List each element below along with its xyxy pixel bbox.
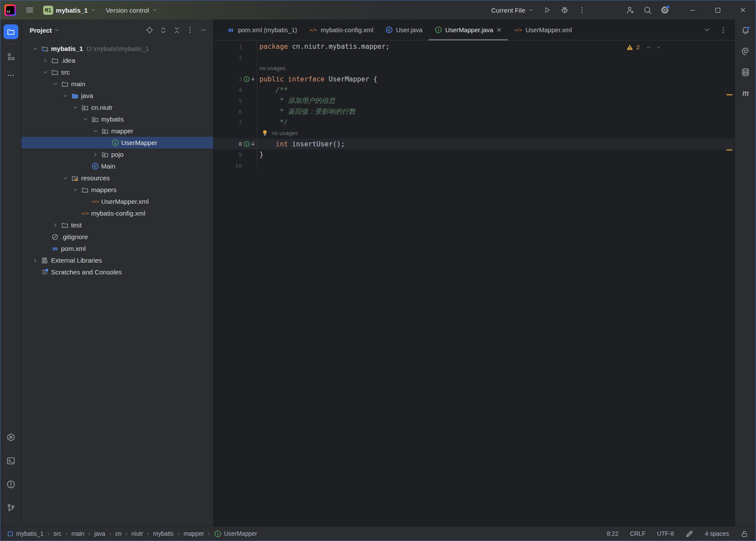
code-text[interactable]: } [257, 151, 263, 159]
code-line-9[interactable]: 9} [214, 149, 735, 160]
chevron-right-icon[interactable] [52, 222, 58, 228]
expand-all-button[interactable] [158, 25, 168, 35]
tree-item-resources[interactable]: resources [21, 172, 213, 184]
status-highlighting-level[interactable] [685, 530, 694, 538]
notifications-button[interactable] [740, 25, 751, 36]
breadcrumb-item-niutr[interactable]: niutr [131, 530, 143, 538]
code-text[interactable]: public interface UserMapper { [257, 75, 378, 83]
status-line-separator[interactable]: CRLF [630, 531, 646, 537]
code-line-8[interactable]: 8I int insertUser(); [214, 139, 735, 149]
database-tool-button[interactable] [740, 67, 751, 78]
tree-item-UserMapper.xml[interactable]: </>UserMapper.xml [21, 196, 213, 207]
gutter[interactable]: 8I [214, 139, 257, 149]
chevron-right-icon[interactable] [42, 57, 48, 64]
status-caret-position[interactable]: 8:22 [607, 531, 619, 537]
breadcrumb-item-mybatis_1[interactable]: mybatis_1 [7, 530, 44, 538]
window-minimize-button[interactable] [680, 7, 705, 14]
intention-bulb-icon[interactable] [262, 129, 268, 137]
tree-item-Main[interactable]: CMain [21, 160, 213, 172]
code-line-4[interactable]: 4 /** [214, 85, 735, 95]
interface-gutter-icon[interactable]: I [242, 140, 257, 148]
chevron-down-icon[interactable] [82, 116, 89, 122]
status-indent-style[interactable]: 4 spaces [705, 531, 729, 537]
structure-tool-button[interactable] [3, 49, 18, 64]
hide-panel-button[interactable] [198, 25, 209, 35]
tree-item-.gitignore[interactable]: .gitignore [21, 231, 213, 243]
editor-tab-UserMapper.xml[interactable]: </>UserMapper.xml [508, 20, 578, 40]
breadcrumb-item-src[interactable]: src [53, 530, 62, 538]
breadcrumb-item-java[interactable]: java [94, 530, 106, 538]
interface-gutter-icon[interactable]: I [242, 75, 257, 83]
scrollbar-warning-mark[interactable] [726, 149, 732, 151]
editor-tab-User.java[interactable]: CUser.java [379, 20, 429, 40]
tree-item-mapper[interactable]: mapper [21, 125, 213, 137]
search-everywhere-button[interactable] [640, 3, 654, 17]
tree-item-pojo[interactable]: pojo [21, 149, 213, 160]
ai-assistant-button[interactable] [740, 46, 751, 57]
gutter[interactable]: 4 [214, 85, 257, 95]
project-options-button[interactable] [185, 25, 195, 35]
window-close-button[interactable] [730, 7, 756, 14]
chevron-down-icon[interactable] [42, 69, 48, 75]
problems-tool-button[interactable] [3, 477, 18, 492]
tree-item-mybatis[interactable]: mybatis [21, 113, 213, 125]
chevron-right-icon[interactable] [92, 152, 99, 158]
vcs-widget[interactable]: Version control [103, 4, 160, 16]
chevron-down-icon[interactable] [72, 105, 78, 111]
terminal-tool-button[interactable] [3, 453, 18, 468]
git-tool-button[interactable] [3, 500, 18, 515]
code-with-me-button[interactable] [623, 3, 637, 17]
code-line-3[interactable]: 3Ipublic interface UserMapper { [214, 74, 735, 85]
code-text[interactable]: package cn.niutr.mybatis.mapper; [257, 43, 390, 51]
breadcrumb-item-cn[interactable]: cn [115, 530, 122, 538]
tree-item-main[interactable]: main [21, 78, 213, 90]
chevron-down-icon[interactable] [52, 81, 58, 87]
breadcrumb-item-mybatis[interactable]: mybatis [153, 530, 174, 538]
status-file-encoding[interactable]: UTF-8 [657, 531, 674, 537]
gutter[interactable]: 1 [214, 41, 257, 52]
editor-tab-mybatis-config.xml[interactable]: </>mybatis-config.xml [303, 20, 379, 40]
editor-tab-pom.xml (mybatis_1)[interactable]: mpom.xml (mybatis_1) [221, 20, 303, 40]
tree-item-cn.niutr[interactable]: cn.niutr [21, 101, 213, 113]
collapse-all-button[interactable] [171, 25, 182, 35]
tree-item-src[interactable]: src [21, 66, 213, 78]
gutter[interactable]: 3I [214, 74, 257, 85]
breadcrumb-item-UserMapper[interactable]: IUserMapper [214, 529, 258, 538]
tree-item-test[interactable]: test [21, 219, 213, 231]
gutter[interactable]: 5 [214, 95, 257, 106]
status-read-write-toggle[interactable] [740, 530, 749, 538]
tree-item-UserMapper[interactable]: IUserMapper [21, 137, 213, 149]
window-maximize-button[interactable] [705, 7, 730, 14]
editor-tab-UserMapper.java[interactable]: IUserMapper.java [429, 20, 508, 40]
code-text[interactable]: * 添加用户的信息 [257, 96, 335, 105]
maven-tool-button[interactable]: m [740, 88, 751, 98]
main-menu-button[interactable] [23, 3, 37, 17]
code-line-5[interactable]: 5 * 添加用户的信息 [214, 95, 735, 106]
usages-hint[interactable]: no usages [259, 65, 286, 71]
code-line-6[interactable]: 6 * 返回值：受影响的行数 [214, 106, 735, 117]
tree-item-.idea[interactable]: .idea [21, 54, 213, 66]
prev-problem-button[interactable] [646, 44, 651, 50]
project-tool-button[interactable] [3, 24, 18, 39]
hidden-tabs-button[interactable] [702, 25, 712, 35]
code-line-10[interactable]: 10 [214, 160, 735, 171]
gutter[interactable]: 7 [214, 117, 257, 128]
close-tab-icon[interactable] [496, 27, 502, 33]
breadcrumb-item-main[interactable]: main [71, 530, 85, 538]
run-button[interactable] [540, 3, 554, 17]
tree-item-mappers[interactable]: mappers [21, 184, 213, 196]
gutter[interactable]: 2 [214, 52, 257, 63]
more-actions-button[interactable] [575, 3, 589, 17]
chevron-down-icon[interactable] [32, 46, 38, 52]
breadcrumb-item-mapper[interactable]: mapper [183, 530, 204, 538]
code-line-7[interactable]: 7 */ [214, 117, 735, 128]
tree-item-mybatis_1[interactable]: mybatis_1D:\mybatis\mybatis_1 [21, 43, 213, 54]
run-configuration-selector[interactable]: Current File [489, 4, 537, 16]
tree-item-java[interactable]: java [21, 90, 213, 101]
locate-opened-file-button[interactable] [144, 25, 155, 35]
code-line-2[interactable]: 2 [214, 52, 735, 63]
code-text[interactable]: * 返回值：受影响的行数 [257, 107, 355, 116]
gutter[interactable]: 9 [214, 149, 257, 160]
code-editor[interactable]: 2 1package cn.niutr.mybatis.mapper;2no u… [214, 41, 735, 526]
gutter[interactable]: 10 [214, 160, 257, 171]
